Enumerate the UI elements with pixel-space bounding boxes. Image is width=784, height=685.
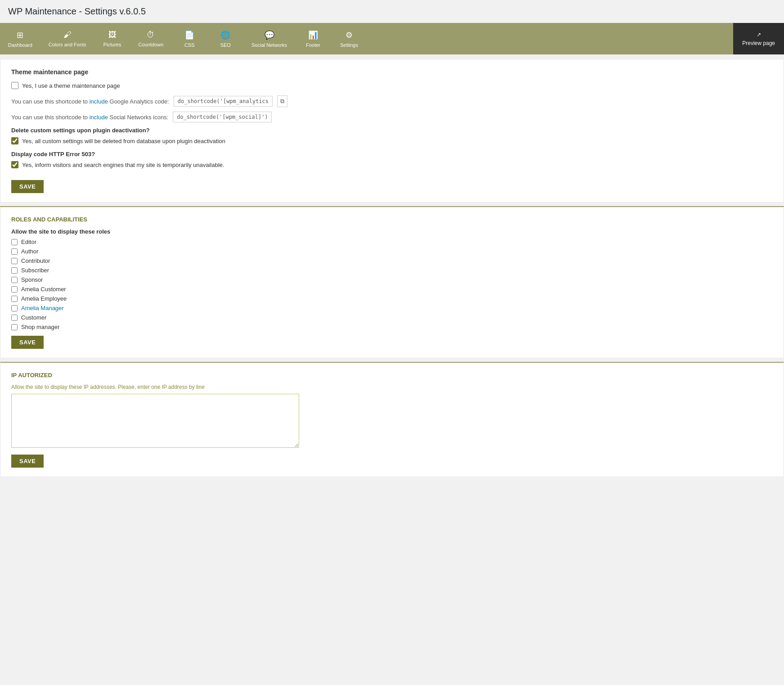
preview-page-button[interactable]: ↗ Preview page [733,23,784,54]
ip-title: IP AUTORIZED [11,372,773,379]
role-shop-manager: Shop manager [11,324,773,330]
role-customer: Customer [11,314,773,321]
nav-label-pictures: Pictures [103,42,121,47]
save-button-3[interactable]: SAVE [11,455,44,468]
analytics-copy-button[interactable]: ⧉ [277,95,287,107]
role-amelia-manager-checkbox[interactable] [11,305,18,311]
nav-item-social-networks[interactable]: 💬 Social Networks [243,23,295,54]
role-sponsor-checkbox[interactable] [11,277,18,283]
use-theme-checkbox[interactable] [11,82,18,89]
role-sponsor-label[interactable]: Sponsor [21,276,43,283]
analytics-label: You can use this shortcode to include Go… [11,98,169,105]
delete-settings-checkbox[interactable] [11,137,18,144]
role-contributor-checkbox[interactable] [11,258,18,264]
nav-label-seo: SEO [220,42,231,48]
theme-maintenance-title: Theme maintenance page [11,68,773,76]
roles-title: ROLES AND CAPABILITIES [11,216,773,223]
role-author-checkbox[interactable] [11,248,18,255]
nav-label-dashboard: Dashboard [8,42,32,48]
use-theme-label[interactable]: Yes, I use a theme maintenance page [22,82,120,89]
seo-icon: 🌐 [220,30,230,40]
role-contributor-label[interactable]: Contributor [21,257,50,264]
role-amelia-employee-label[interactable]: Amelia Employee [21,295,67,302]
role-amelia-employee-checkbox[interactable] [11,296,18,302]
nav-label-countdown: Countdown [139,42,164,47]
social-shortcode-input[interactable] [173,112,272,122]
role-editor: Editor [11,239,773,245]
page-title: WP Maintenance - Settings v.6.0.5 [0,0,784,23]
role-sponsor: Sponsor [11,276,773,283]
delete-settings-label[interactable]: Yes, all custom settings will be deleted… [22,138,225,144]
ip-textarea[interactable] [11,394,299,448]
role-amelia-employee: Amelia Employee [11,295,773,302]
role-customer-checkbox[interactable] [11,315,18,321]
colors-fonts-icon: 🖌 [63,30,72,40]
footer-icon: 📊 [308,30,318,40]
preview-label: Preview page [742,40,775,46]
nav-item-colors-fonts[interactable]: 🖌 Colors and Fonts [40,23,94,54]
nav-label-colors-fonts: Colors and Fonts [49,42,86,47]
ip-section: IP AUTORIZED Allow the site to display t… [0,362,784,477]
preview-icon: ↗ [757,32,761,38]
countdown-icon: ⏱ [147,30,155,40]
nav-label-social-networks: Social Networks [251,42,287,48]
analytics-shortcode-row: You can use this shortcode to include Go… [11,95,773,107]
theme-maintenance-section: Theme maintenance page Yes, I use a them… [0,59,784,203]
nav-item-dashboard[interactable]: ⊞ Dashboard [0,23,40,54]
role-amelia-manager: Amelia Manager [11,305,773,311]
pictures-icon: 🖼 [108,30,116,40]
social-shortcode-row: You can use this shortcode to include So… [11,112,773,122]
settings-icon: ⚙ [345,30,353,40]
role-amelia-customer-checkbox[interactable] [11,286,18,293]
role-customer-label[interactable]: Customer [21,314,46,321]
nav-label-settings: Settings [340,42,358,48]
social-networks-icon: 💬 [264,30,274,40]
nav-item-pictures[interactable]: 🖼 Pictures [94,23,130,54]
http-error-checkbox-row: Yes, inform visitors and search engines … [11,161,773,168]
nav-label-footer: Footer [306,42,320,48]
role-author-label[interactable]: Author [21,248,38,255]
dashboard-icon: ⊞ [17,30,23,40]
http-error-title: Display code HTTP Error 503? [11,151,773,158]
http-error-checkbox[interactable] [11,161,18,168]
nav-spacer [367,23,733,54]
role-author: Author [11,248,773,255]
ip-description: Allow the site to display these IP addre… [11,384,773,390]
analytics-shortcode-input[interactable] [174,96,273,107]
save-button-1[interactable]: SAVE [11,180,44,193]
role-amelia-manager-label[interactable]: Amelia Manager [21,305,64,311]
nav-item-css[interactable]: 📄 CSS [171,23,207,54]
role-amelia-customer-label[interactable]: Amelia Customer [21,286,66,293]
nav-item-footer[interactable]: 📊 Footer [295,23,331,54]
nav-bar: ⊞ Dashboard 🖌 Colors and Fonts 🖼 Picture… [0,23,784,54]
social-label: You can use this shortcode to include So… [11,114,168,121]
main-content: Theme maintenance page Yes, I use a them… [0,54,784,485]
css-icon: 📄 [184,30,194,40]
delete-settings-title: Delete custom settings upon plugin deact… [11,127,773,134]
role-editor-checkbox[interactable] [11,239,18,245]
nav-label-css: CSS [184,42,195,48]
nav-item-settings[interactable]: ⚙ Settings [331,23,367,54]
roles-sub-title: Allow the site to display these roles [11,228,773,235]
nav-item-countdown[interactable]: ⏱ Countdown [130,23,172,54]
role-editor-label[interactable]: Editor [21,239,36,245]
role-amelia-customer: Amelia Customer [11,286,773,293]
role-subscriber: Subscriber [11,267,773,274]
role-shop-manager-label[interactable]: Shop manager [21,324,59,330]
role-contributor: Contributor [11,257,773,264]
roles-section: ROLES AND CAPABILITIES Allow the site to… [0,206,784,358]
use-theme-checkbox-row: Yes, I use a theme maintenance page [11,82,773,89]
roles-list: Editor Author Contributor Subscriber Spo… [11,239,773,330]
nav-item-seo[interactable]: 🌐 SEO [207,23,243,54]
http-error-label[interactable]: Yes, inform visitors and search engines … [22,162,224,168]
save-button-2[interactable]: SAVE [11,336,44,349]
role-subscriber-label[interactable]: Subscriber [21,267,49,274]
role-shop-manager-checkbox[interactable] [11,324,18,330]
delete-settings-checkbox-row: Yes, all custom settings will be deleted… [11,137,773,144]
role-subscriber-checkbox[interactable] [11,267,18,274]
